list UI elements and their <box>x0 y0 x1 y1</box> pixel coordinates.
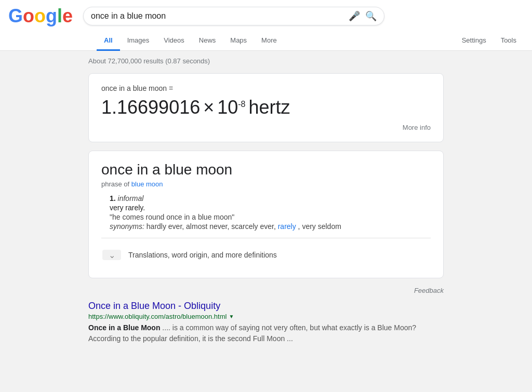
definition-phrase: phrase of blue moon <box>101 180 431 188</box>
def-pos: informal <box>118 194 144 202</box>
translations-row[interactable]: ⌄ Translations, word origin, and more de… <box>101 238 431 267</box>
def-example: "he comes round once in a blue moon" <box>110 213 431 221</box>
search-result: Once in a Blue Moon - Obliquity https://… <box>88 301 444 344</box>
tab-all[interactable]: All <box>97 31 120 51</box>
tab-maps[interactable]: Maps <box>223 31 254 51</box>
tab-videos[interactable]: Videos <box>156 31 192 51</box>
translations-text: Translations, word origin, and more defi… <box>128 251 277 259</box>
tab-news[interactable]: News <box>192 31 223 51</box>
tab-images[interactable]: Images <box>120 31 157 51</box>
nav-tabs: All Images Videos News Maps More Setting… <box>8 31 524 50</box>
definition-item: 1. informal very rarely. "he comes round… <box>110 194 431 231</box>
tab-more[interactable]: More <box>254 31 284 51</box>
results-count: About 72,700,000 results (0.87 seconds) <box>88 57 444 65</box>
definition-card: once in a blue moon phrase of blue moon … <box>88 151 444 278</box>
calc-result: 1.16699016 × 10-8 hertz <box>101 97 431 118</box>
search-result-title: Once in a Blue Moon - Obliquity <box>88 301 444 312</box>
search-button[interactable]: 🔍 <box>365 10 377 22</box>
main-content: About 72,700,000 results (0.87 seconds) … <box>0 51 532 355</box>
calc-label: once in a blue moon = <box>101 84 431 92</box>
search-bar: once in a blue moon 🎤 🔍 <box>83 7 384 25</box>
feedback-row[interactable]: Feedback <box>88 287 444 294</box>
phrase-link[interactable]: blue moon <box>131 180 163 188</box>
header-top: Google once in a blue moon 🎤 🔍 <box>8 5 524 27</box>
tab-settings[interactable]: Settings <box>455 31 494 51</box>
definition-list: 1. informal very rarely. "he comes round… <box>101 194 431 231</box>
calculator-card: once in a blue moon = 1.16699016 × 10-8 … <box>88 73 444 142</box>
calc-unit: hertz <box>249 97 290 118</box>
calc-exponent: -8 <box>238 100 245 109</box>
url-dropdown-arrow[interactable]: ▼ <box>229 314 234 319</box>
synonyms-text: hardly ever, almost never, scarcely ever… <box>147 222 276 231</box>
calc-base: 10-8 <box>217 97 245 118</box>
synonyms-link[interactable]: rarely <box>278 222 296 231</box>
def-number: 1. <box>110 194 116 202</box>
phrase-prefix: phrase of <box>101 180 129 188</box>
microphone-icon[interactable]: 🎤 <box>349 10 360 22</box>
chevron-down-icon: ⌄ <box>101 245 122 265</box>
def-synonyms: synonyms: hardly ever, almost never, sca… <box>110 222 431 231</box>
google-logo[interactable]: Google <box>8 5 73 27</box>
search-icons: 🎤 🔍 <box>349 10 377 22</box>
search-input[interactable]: once in a blue moon <box>91 11 344 21</box>
synonyms-label: synonyms: <box>110 222 144 231</box>
definition-title: once in a blue moon <box>101 161 431 178</box>
calc-value: 1.16699016 <box>101 97 200 118</box>
header: Google once in a blue moon 🎤 🔍 All Image… <box>0 0 532 51</box>
result-title-link[interactable]: Once in a Blue Moon - Obliquity <box>88 301 220 311</box>
search-result-url: https://www.obliquity.com/astro/bluemoon… <box>88 313 444 320</box>
synonyms-end: , very seldom <box>298 222 341 231</box>
nav-right: Settings Tools <box>455 31 524 50</box>
more-info-link[interactable]: More info <box>101 124 431 131</box>
result-url-text: https://www.obliquity.com/astro/bluemoon… <box>88 313 227 320</box>
calc-times: × <box>203 97 214 118</box>
snippet-bold: Once in a Blue Moon <box>88 323 160 332</box>
def-meaning: very rarely. <box>110 204 431 212</box>
tab-tools[interactable]: Tools <box>494 31 524 51</box>
search-result-snippet: Once in a Blue Moon .... is a common way… <box>88 322 444 344</box>
